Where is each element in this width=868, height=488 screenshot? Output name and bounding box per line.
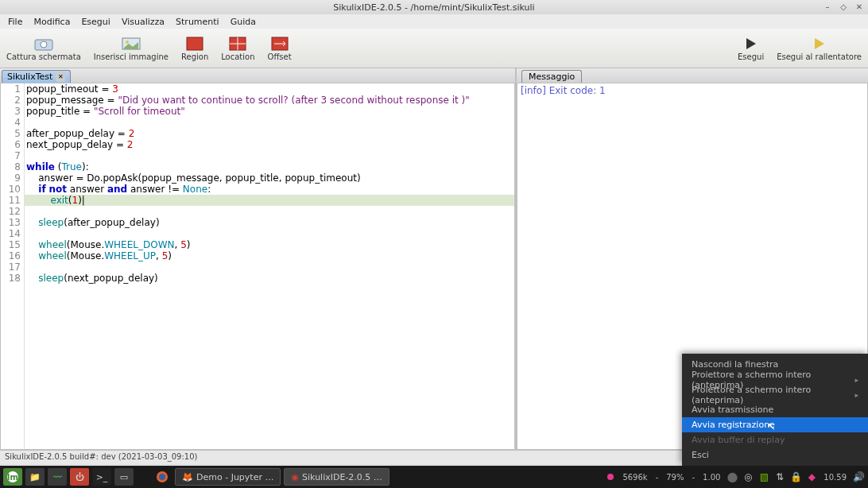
offset-button[interactable]: Offset bbox=[265, 33, 295, 63]
play-icon bbox=[740, 35, 762, 52]
context-menu-item: Avvia buffer di replay bbox=[682, 432, 868, 447]
toolbar: Cattura schermata Inserisci immagine Reg… bbox=[0, 29, 868, 68]
insert-image-button[interactable]: Inserisci immagine bbox=[91, 33, 172, 63]
firefox-icon: 🦊 bbox=[182, 472, 193, 482]
region-icon bbox=[184, 35, 206, 52]
sikuli-icon: ◉ bbox=[291, 472, 299, 482]
tray-context-menu: Nascondi la finestraProiettore a schermo… bbox=[682, 354, 868, 466]
load-avg: 1.00 bbox=[703, 473, 720, 482]
firefox-launcher[interactable] bbox=[153, 468, 172, 486]
cpu-usage: 79% bbox=[666, 473, 684, 482]
run-button[interactable]: Esegui bbox=[734, 33, 767, 63]
menu-guida[interactable]: Guida bbox=[226, 16, 261, 28]
obs-tray-icon[interactable]: ◎ bbox=[742, 471, 754, 483]
tab-close-icon[interactable]: ✕ bbox=[56, 72, 65, 82]
lock-tray-icon[interactable]: 🔒 bbox=[789, 471, 802, 483]
offset-icon bbox=[269, 35, 291, 52]
capture-screenshot-button[interactable]: Cattura schermata bbox=[3, 33, 84, 63]
maximize-button[interactable]: ◇ bbox=[838, 1, 849, 12]
editor-tabbar: SikulixTest ✕ bbox=[0, 68, 515, 83]
volume-tray-icon[interactable]: 🔊 bbox=[852, 471, 865, 483]
svg-point-1 bbox=[41, 41, 47, 48]
camera-icon bbox=[33, 35, 55, 52]
run-slow-button[interactable]: Esegui al rallentatore bbox=[773, 33, 865, 63]
files-icon[interactable]: 📁 bbox=[25, 468, 45, 486]
app-tray-icon[interactable]: ◆ bbox=[805, 471, 818, 483]
start-menu-button[interactable]: lm bbox=[3, 468, 22, 486]
menu-visualizza[interactable]: Visualizza bbox=[117, 16, 169, 28]
menu-modifica[interactable]: Modifica bbox=[29, 16, 75, 28]
network-tray-icon[interactable]: ⇅ bbox=[773, 471, 786, 483]
record-tray-icon[interactable]: ⬤ bbox=[726, 471, 738, 483]
minimize-button[interactable]: – bbox=[822, 1, 833, 12]
context-menu-item[interactable]: Esci bbox=[682, 447, 868, 463]
svg-marker-10 bbox=[815, 38, 824, 49]
net-speed: 5696k bbox=[622, 473, 647, 482]
line-gutter: 123456789101112131415161718 bbox=[1, 83, 25, 449]
window-title: SikulixIDE-2.0.5 - /home/mint/SikulixTes… bbox=[333, 2, 534, 13]
desktop-icon[interactable]: ▭ bbox=[114, 468, 134, 486]
close-button[interactable]: ✕ bbox=[854, 1, 865, 12]
location-button[interactable]: Location bbox=[218, 33, 258, 63]
cursor-icon: ↖ bbox=[767, 420, 776, 432]
image-icon bbox=[120, 35, 142, 52]
location-icon bbox=[227, 35, 249, 52]
menu-esegui[interactable]: Esegui bbox=[76, 16, 114, 28]
menubar: File Modifica Esegui Visualizza Strument… bbox=[0, 14, 868, 29]
svg-point-14 bbox=[159, 474, 165, 480]
svg-marker-9 bbox=[746, 38, 756, 49]
location-tray-icon[interactable] bbox=[604, 471, 617, 483]
nvidia-tray-icon[interactable]: ▧ bbox=[758, 471, 770, 483]
terminal-icon[interactable]: >_ bbox=[92, 468, 111, 486]
window-titlebar: SikulixIDE-2.0.5 - /home/mint/SikulixTes… bbox=[0, 0, 868, 14]
message-tab[interactable]: Messaggio bbox=[521, 70, 582, 83]
editor-tab[interactable]: SikulixTest ✕ bbox=[2, 70, 71, 83]
region-button[interactable]: Region bbox=[178, 33, 211, 63]
menu-strumenti[interactable]: Strumenti bbox=[171, 16, 224, 28]
taskbar-task-firefox[interactable]: 🦊 Demo - Jupyter … bbox=[175, 468, 281, 486]
taskbar-task-sikulix[interactable]: ◉ SikulixIDE-2.0.5 … bbox=[284, 468, 389, 486]
context-menu-item[interactable]: Proiettore a schermo intero (anteprima)▸ bbox=[682, 387, 868, 402]
power-icon[interactable]: ⏻ bbox=[70, 468, 89, 486]
code-editor[interactable]: 123456789101112131415161718 popup_timeou… bbox=[0, 83, 515, 450]
svg-rect-4 bbox=[187, 37, 203, 50]
message-tabbar: Messaggio bbox=[517, 68, 868, 83]
code-body[interactable]: popup_timeout = 3popup_message = "Did yo… bbox=[25, 83, 514, 449]
svg-text:lm: lm bbox=[7, 473, 18, 482]
menu-file[interactable]: File bbox=[3, 16, 27, 28]
monitor-icon[interactable]: 〰 bbox=[48, 468, 67, 486]
svg-point-3 bbox=[126, 41, 129, 44]
clock: 10.59 bbox=[823, 473, 847, 482]
taskbar: lm 📁 〰 ⏻ >_ ▭ 🦊 Demo - Jupyter … ◉ Sikul… bbox=[0, 466, 868, 488]
play-slow-icon bbox=[808, 35, 831, 52]
editor-pane: SikulixTest ✕ 12345678910111213141516171… bbox=[0, 68, 517, 450]
